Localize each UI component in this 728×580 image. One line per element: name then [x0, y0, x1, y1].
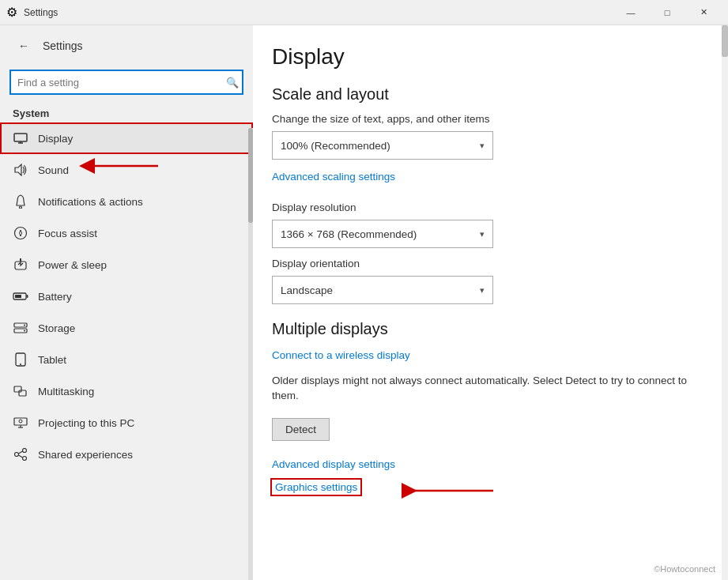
content-scrollbar-track	[722, 25, 728, 580]
sidebar-item-multitasking[interactable]: Multitasking	[0, 375, 253, 407]
svg-rect-11	[27, 295, 28, 298]
sidebar-item-storage[interactable]: Storage	[0, 312, 253, 344]
search-input[interactable]	[9, 70, 243, 95]
sidebar-item-display[interactable]: Display	[0, 122, 253, 154]
notifications-icon	[13, 194, 28, 209]
power-icon	[13, 257, 28, 273]
tablet-icon	[13, 352, 28, 367]
svg-rect-12	[15, 295, 21, 298]
sidebar-section-label: System	[0, 104, 253, 122]
sidebar-item-sound[interactable]: Sound	[0, 154, 253, 186]
connect-wireless-link[interactable]: Connect to a wireless display	[272, 349, 410, 361]
back-button[interactable]: ←	[13, 35, 35, 57]
sound-icon	[13, 162, 28, 178]
sidebar-item-notifications[interactable]: Notifications & actions	[0, 186, 253, 217]
sidebar-item-power[interactable]: Power & sleep	[0, 249, 253, 281]
advanced-display-wrap: Advanced display settings	[272, 457, 696, 476]
projecting-label: Projecting to this PC	[38, 417, 134, 429]
back-icon: ←	[18, 40, 29, 52]
multitasking-label: Multitasking	[38, 386, 94, 397]
resolution-dropdown-chevron: ▾	[480, 229, 485, 239]
sidebar-item-projecting[interactable]: Projecting to this PC	[0, 407, 253, 439]
svg-line-28	[19, 451, 23, 454]
sidebar-item-tablet[interactable]: Tablet	[0, 344, 253, 375]
battery-icon	[13, 288, 28, 304]
content-scrollbar-thumb[interactable]	[722, 25, 728, 57]
sidebar-app-title: Settings	[43, 40, 83, 52]
tablet-label: Tablet	[38, 354, 66, 366]
svg-point-7	[15, 228, 27, 239]
resolution-dropdown[interactable]: 1366 × 768 (Recommended) ▾	[272, 220, 493, 248]
svg-point-18	[20, 363, 21, 365]
settings-icon: ⚙	[6, 5, 17, 20]
sidebar-items: Display Sound	[0, 122, 253, 580]
advanced-display-link[interactable]: Advanced display settings	[272, 458, 395, 470]
sound-label: Sound	[38, 164, 69, 176]
svg-point-26	[23, 449, 27, 453]
maximize-button[interactable]: □	[649, 0, 685, 25]
title-bar-controls: — □ ✕	[613, 0, 722, 25]
copyright: ©Howtoconnect	[654, 564, 715, 574]
focus-label: Focus assist	[38, 228, 97, 239]
graphics-settings-link[interactable]: Graphics settings	[272, 480, 360, 495]
svg-point-24	[19, 420, 22, 423]
title-bar: ⚙ Settings — □ ✕	[0, 0, 728, 25]
minimize-button[interactable]: —	[613, 0, 649, 25]
svg-point-27	[23, 457, 27, 461]
svg-line-29	[19, 455, 23, 458]
scale-dropdown-value: 100% (Recommended)	[281, 140, 390, 152]
orientation-label: Display orientation	[272, 258, 696, 269]
page-title: Display	[272, 44, 696, 70]
resolution-label: Display resolution	[272, 201, 696, 213]
detect-button[interactable]: Detect	[272, 418, 330, 441]
svg-point-16	[24, 330, 25, 332]
power-label: Power & sleep	[38, 259, 107, 271]
svg-point-6	[20, 206, 22, 209]
search-box-wrap: 🔍	[0, 66, 253, 104]
content-area: Display Scale and layout Change the size…	[253, 25, 728, 580]
storage-label: Storage	[38, 322, 75, 334]
svg-rect-2	[14, 134, 27, 141]
graphics-settings-wrap: Graphics settings	[272, 480, 360, 501]
shared-icon	[13, 446, 28, 462]
notifications-label: Notifications & actions	[38, 196, 143, 208]
resolution-dropdown-value: 1366 × 768 (Recommended)	[281, 228, 417, 240]
sidebar-header: ← Settings	[0, 25, 253, 66]
multiple-displays-title: Multiple displays	[272, 320, 696, 338]
projecting-icon	[13, 415, 28, 431]
multitasking-icon	[13, 383, 28, 399]
sidebar-item-battery[interactable]: Battery	[0, 281, 253, 312]
orientation-dropdown[interactable]: Landscape ▾	[272, 276, 493, 304]
scale-dropdown-chevron: ▾	[480, 141, 485, 151]
sidebar: ← Settings 🔍 System	[0, 25, 253, 580]
app-body: ← Settings 🔍 System	[0, 25, 728, 580]
orientation-dropdown-chevron: ▾	[480, 285, 485, 296]
sidebar-item-focus[interactable]: Focus assist	[0, 217, 253, 249]
search-icon: 🔍	[226, 77, 239, 89]
display-icon	[13, 130, 28, 146]
change-size-label: Change the size of text, apps, and other…	[272, 113, 696, 125]
scale-and-layout-title: Scale and layout	[272, 85, 696, 104]
detect-description: Older displays might not always connect …	[272, 374, 696, 404]
svg-point-15	[24, 325, 25, 326]
svg-marker-5	[15, 164, 21, 175]
orientation-dropdown-value: Landscape	[281, 284, 333, 296]
svg-point-25	[15, 453, 19, 457]
focus-icon	[13, 225, 28, 241]
display-label: Display	[38, 133, 73, 145]
advanced-scaling-link[interactable]: Advanced scaling settings	[272, 171, 395, 183]
title-bar-title: Settings	[24, 7, 58, 18]
scale-dropdown[interactable]: 100% (Recommended) ▾	[272, 131, 493, 160]
sidebar-item-shared[interactable]: Shared experiences	[0, 439, 253, 470]
storage-icon	[13, 320, 28, 336]
search-wrap-inner: 🔍	[9, 70, 243, 95]
svg-rect-21	[14, 418, 27, 425]
close-button[interactable]: ✕	[685, 0, 722, 25]
battery-label: Battery	[38, 291, 72, 303]
shared-label: Shared experiences	[38, 449, 133, 461]
svg-rect-20	[19, 390, 26, 396]
svg-rect-19	[14, 386, 21, 392]
